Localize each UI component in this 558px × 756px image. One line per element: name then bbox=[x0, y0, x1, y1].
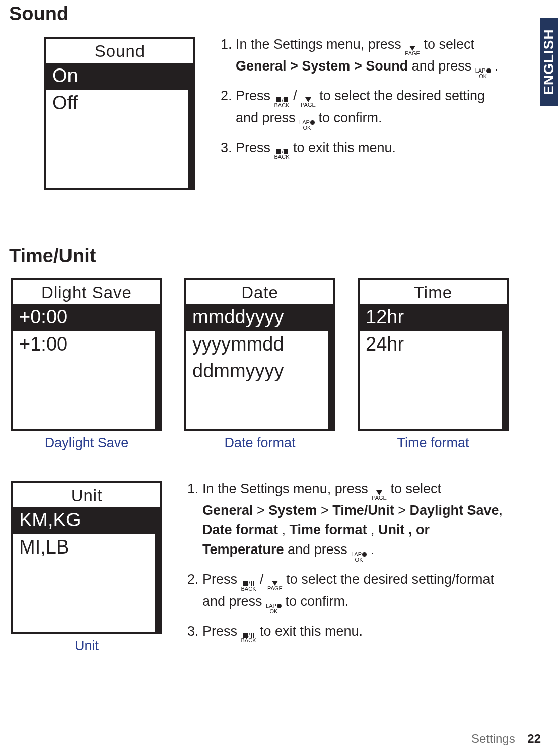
caption-date: Date format bbox=[184, 435, 335, 451]
back-label: BACK bbox=[274, 154, 290, 160]
pause-icon bbox=[284, 97, 288, 102]
device-date-option: mmddyyyy bbox=[186, 304, 328, 331]
text: to select bbox=[390, 481, 441, 496]
device-unit-option: MI,LB bbox=[13, 534, 155, 562]
text: and press bbox=[412, 58, 475, 74]
sound-instructions: In the Settings menu, press PAGE to sele… bbox=[218, 35, 504, 160]
text: In the Settings menu, press bbox=[236, 37, 405, 52]
pause-icon bbox=[251, 633, 254, 638]
dot-icon bbox=[362, 552, 367, 557]
path-daylight: Daylight Save bbox=[409, 503, 499, 518]
device-sound: Sound On Off bbox=[44, 37, 195, 190]
ok-label: OK bbox=[270, 609, 278, 614]
language-tab: ENGLISH bbox=[540, 18, 558, 106]
text: / bbox=[293, 88, 301, 103]
text: > bbox=[394, 503, 410, 518]
back-button-icon: / BACK bbox=[274, 97, 290, 108]
text: to confirm. bbox=[285, 594, 348, 609]
device-time-title: Time bbox=[360, 280, 507, 304]
back-button-icon: / BACK bbox=[241, 632, 256, 643]
sound-step-3: Press / BACK to exit this menu. bbox=[236, 138, 499, 160]
lap-ok-button-icon: LAP OK bbox=[351, 552, 367, 563]
dot-icon bbox=[277, 604, 282, 608]
device-time-option: 12hr bbox=[360, 304, 502, 331]
pause-icon bbox=[284, 149, 288, 154]
lap-ok-button-icon: LAP OK bbox=[475, 68, 491, 79]
sound-step-1: In the Settings menu, press PAGE to sele… bbox=[236, 35, 499, 79]
back-button-icon: / BACK bbox=[241, 581, 256, 592]
path-unit: Unit bbox=[378, 522, 404, 537]
text: In the Settings menu, press bbox=[202, 481, 372, 496]
footer-section: Settings bbox=[471, 732, 515, 745]
back-label: BACK bbox=[274, 103, 290, 108]
text: . bbox=[370, 542, 374, 557]
text: to exit this menu. bbox=[293, 140, 396, 155]
device-unit-option: KM,KG bbox=[13, 507, 155, 534]
ok-label: OK bbox=[479, 74, 487, 79]
dot-icon bbox=[310, 120, 315, 125]
device-sound-title: Sound bbox=[46, 39, 193, 63]
text: to select bbox=[424, 37, 474, 52]
timeunit-step-2: Press / BACK / PAGE to select the desire… bbox=[202, 570, 514, 614]
path-timeformat: Time format bbox=[290, 522, 367, 537]
path-general: General bbox=[202, 503, 253, 518]
page-footer: Settings 22 bbox=[471, 732, 541, 746]
caption-unit: Unit bbox=[11, 638, 162, 654]
page-button-icon: PAGE bbox=[405, 46, 420, 56]
back-button-icon: / BACK bbox=[274, 149, 290, 160]
text: to exit this menu. bbox=[260, 624, 363, 639]
device-sound-option: Off bbox=[46, 90, 188, 117]
text: Press bbox=[202, 624, 241, 639]
text: > bbox=[317, 503, 332, 518]
footer-page-number: 22 bbox=[527, 732, 541, 745]
caption-dlight: Daylight Save bbox=[11, 435, 162, 451]
stop-icon bbox=[243, 633, 248, 638]
text: , bbox=[278, 522, 290, 537]
device-unit: Unit KM,KG MI,LB bbox=[11, 481, 162, 634]
back-label: BACK bbox=[241, 586, 256, 592]
page-label: PAGE bbox=[372, 495, 387, 501]
device-unit-title: Unit bbox=[13, 483, 160, 507]
stop-icon bbox=[276, 97, 281, 102]
text: Press bbox=[202, 572, 241, 587]
language-tab-label: ENGLISH bbox=[541, 29, 557, 95]
lap-label: LAP bbox=[299, 120, 310, 125]
back-label: BACK bbox=[241, 638, 256, 643]
device-date-title: Date bbox=[186, 280, 333, 304]
dot-icon bbox=[486, 68, 491, 73]
sound-step-2: Press / BACK / PAGE to select the desire… bbox=[236, 86, 499, 131]
page-button-icon: PAGE bbox=[301, 97, 316, 108]
stop-icon bbox=[243, 581, 248, 586]
section-timeunit-title: Time/Unit bbox=[9, 245, 549, 267]
text: Press bbox=[236, 88, 274, 103]
ok-label: OK bbox=[355, 557, 363, 563]
text: > bbox=[253, 503, 269, 518]
device-date-option: ddmmyyyy bbox=[186, 358, 328, 385]
text: to confirm. bbox=[318, 110, 382, 125]
device-date: Date mmddyyyy yyyymmdd ddmmyyyy bbox=[184, 278, 335, 431]
text: , bbox=[367, 522, 379, 537]
section-sound-title: Sound bbox=[9, 3, 549, 25]
path-temperature: Temperature bbox=[202, 542, 284, 557]
text: and bbox=[288, 542, 314, 557]
path-timeunit: Time/Unit bbox=[332, 503, 394, 518]
lap-ok-button-icon: LAP OK bbox=[266, 603, 282, 614]
text: Press bbox=[236, 140, 274, 155]
text: . bbox=[495, 58, 499, 74]
text: press bbox=[314, 542, 352, 557]
path-system: System bbox=[268, 503, 317, 518]
device-time: Time 12hr 24hr bbox=[358, 278, 509, 431]
ok-label: OK bbox=[303, 125, 311, 131]
text: , bbox=[499, 503, 503, 518]
stop-icon bbox=[276, 149, 281, 154]
device-date-option: yyyymmdd bbox=[186, 331, 328, 359]
timeunit-step-1: In the Settings menu, press PAGE to sele… bbox=[202, 479, 514, 563]
page-label: PAGE bbox=[405, 51, 420, 56]
lap-ok-button-icon: LAP OK bbox=[299, 120, 315, 131]
device-dlight-option: +1:00 bbox=[13, 331, 155, 359]
device-dlight-title: Dlight Save bbox=[13, 280, 160, 304]
text: / bbox=[260, 572, 267, 587]
device-sound-body: On Off bbox=[46, 63, 193, 188]
device-dlight: Dlight Save +0:00 +1:00 bbox=[11, 278, 162, 431]
page-button-icon: PAGE bbox=[372, 490, 387, 501]
